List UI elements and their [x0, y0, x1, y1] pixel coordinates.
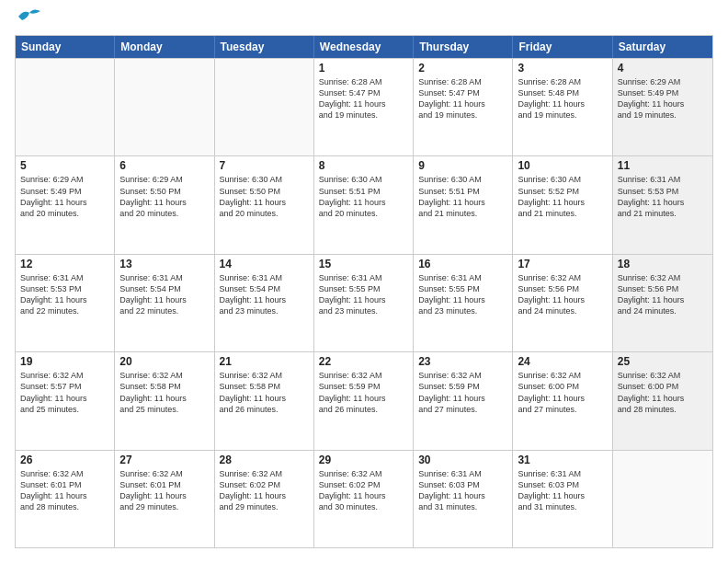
dow-cell-monday: Monday	[115, 36, 214, 58]
day-cell: 27Sunrise: 6:32 AM Sunset: 6:01 PM Dayli…	[115, 451, 214, 547]
day-cell: 21Sunrise: 6:32 AM Sunset: 5:58 PM Dayli…	[215, 352, 314, 449]
day-cell: 10Sunrise: 6:30 AM Sunset: 5:52 PM Dayli…	[513, 156, 612, 253]
dow-cell-wednesday: Wednesday	[314, 36, 414, 58]
day-info: Sunrise: 6:30 AM Sunset: 5:52 PM Dayligh…	[518, 174, 607, 219]
day-cell: 25Sunrise: 6:32 AM Sunset: 6:00 PM Dayli…	[613, 352, 712, 449]
day-cell: 1Sunrise: 6:28 AM Sunset: 5:47 PM Daylig…	[314, 59, 414, 155]
day-cell: 29Sunrise: 6:32 AM Sunset: 6:02 PM Dayli…	[314, 451, 414, 547]
day-cell: 3Sunrise: 6:28 AM Sunset: 5:48 PM Daylig…	[513, 59, 612, 155]
day-cell: 26Sunrise: 6:32 AM Sunset: 6:01 PM Dayli…	[16, 451, 115, 547]
dow-cell-friday: Friday	[513, 36, 612, 58]
day-number: 21	[220, 355, 309, 368]
day-number: 19	[20, 355, 109, 368]
day-number: 14	[220, 258, 309, 270]
day-number: 24	[518, 355, 607, 368]
day-number: 12	[20, 258, 109, 270]
day-info: Sunrise: 6:30 AM Sunset: 5:50 PM Dayligh…	[220, 174, 309, 219]
day-cell	[115, 59, 214, 155]
day-info: Sunrise: 6:30 AM Sunset: 5:51 PM Dayligh…	[418, 174, 507, 219]
day-info: Sunrise: 6:31 AM Sunset: 5:55 PM Dayligh…	[319, 272, 408, 317]
day-info: Sunrise: 6:31 AM Sunset: 5:55 PM Dayligh…	[418, 272, 507, 317]
day-info: Sunrise: 6:31 AM Sunset: 6:03 PM Dayligh…	[518, 468, 607, 513]
day-info: Sunrise: 6:31 AM Sunset: 5:53 PM Dayligh…	[20, 272, 109, 317]
day-info: Sunrise: 6:31 AM Sunset: 5:54 PM Dayligh…	[119, 272, 209, 317]
calendar: SundayMondayTuesdayWednesdayThursdayFrid…	[15, 35, 713, 548]
day-info: Sunrise: 6:32 AM Sunset: 5:58 PM Dayligh…	[119, 370, 209, 415]
day-number: 11	[618, 159, 708, 172]
week-row-3: 12Sunrise: 6:31 AM Sunset: 5:53 PM Dayli…	[16, 254, 712, 351]
day-cell: 16Sunrise: 6:31 AM Sunset: 5:55 PM Dayli…	[414, 255, 513, 351]
day-cell: 14Sunrise: 6:31 AM Sunset: 5:54 PM Dayli…	[215, 255, 314, 351]
day-number: 28	[220, 454, 309, 466]
dow-header: SundayMondayTuesdayWednesdayThursdayFrid…	[16, 36, 712, 58]
day-info: Sunrise: 6:31 AM Sunset: 6:03 PM Dayligh…	[418, 468, 507, 513]
day-info: Sunrise: 6:32 AM Sunset: 5:58 PM Dayligh…	[220, 370, 309, 415]
day-info: Sunrise: 6:32 AM Sunset: 6:00 PM Dayligh…	[618, 370, 708, 415]
day-cell: 6Sunrise: 6:29 AM Sunset: 5:50 PM Daylig…	[115, 156, 214, 253]
day-info: Sunrise: 6:28 AM Sunset: 5:47 PM Dayligh…	[319, 76, 408, 121]
day-number: 13	[119, 258, 209, 270]
day-cell: 12Sunrise: 6:31 AM Sunset: 5:53 PM Dayli…	[16, 255, 115, 351]
day-cell: 8Sunrise: 6:30 AM Sunset: 5:51 PM Daylig…	[314, 156, 414, 253]
day-cell: 24Sunrise: 6:32 AM Sunset: 6:00 PM Dayli…	[513, 352, 612, 449]
day-number: 9	[418, 159, 507, 172]
day-number: 22	[319, 355, 408, 368]
day-cell: 15Sunrise: 6:31 AM Sunset: 5:55 PM Dayli…	[314, 255, 414, 351]
day-cell	[613, 451, 712, 547]
day-info: Sunrise: 6:31 AM Sunset: 5:53 PM Dayligh…	[618, 174, 708, 219]
header	[15, 15, 713, 26]
day-number: 29	[319, 454, 408, 466]
dow-cell-saturday: Saturday	[613, 36, 712, 58]
page: SundayMondayTuesdayWednesdayThursdayFrid…	[0, 0, 728, 563]
day-cell: 7Sunrise: 6:30 AM Sunset: 5:50 PM Daylig…	[215, 156, 314, 253]
day-info: Sunrise: 6:32 AM Sunset: 5:59 PM Dayligh…	[418, 370, 507, 415]
day-number: 17	[518, 258, 607, 270]
day-number: 20	[119, 355, 209, 368]
day-number: 31	[518, 454, 607, 466]
day-number: 16	[418, 258, 507, 270]
day-info: Sunrise: 6:31 AM Sunset: 5:54 PM Dayligh…	[220, 272, 309, 317]
day-number: 2	[418, 62, 507, 75]
day-number: 23	[418, 355, 507, 368]
day-number: 4	[618, 62, 708, 75]
day-info: Sunrise: 6:32 AM Sunset: 5:57 PM Dayligh…	[20, 370, 109, 415]
day-number: 18	[618, 258, 708, 270]
day-info: Sunrise: 6:29 AM Sunset: 5:50 PM Dayligh…	[119, 174, 209, 219]
day-number: 25	[618, 355, 708, 368]
day-number: 6	[119, 159, 209, 172]
week-row-4: 19Sunrise: 6:32 AM Sunset: 5:57 PM Dayli…	[16, 351, 712, 449]
day-cell: 22Sunrise: 6:32 AM Sunset: 5:59 PM Dayli…	[314, 352, 414, 449]
weeks: 1Sunrise: 6:28 AM Sunset: 5:47 PM Daylig…	[16, 58, 712, 547]
day-info: Sunrise: 6:32 AM Sunset: 6:02 PM Dayligh…	[220, 468, 309, 513]
day-info: Sunrise: 6:32 AM Sunset: 6:02 PM Dayligh…	[319, 468, 408, 513]
day-cell: 23Sunrise: 6:32 AM Sunset: 5:59 PM Dayli…	[414, 352, 513, 449]
day-number: 8	[319, 159, 408, 172]
day-cell: 2Sunrise: 6:28 AM Sunset: 5:47 PM Daylig…	[414, 59, 513, 155]
day-number: 5	[20, 159, 109, 172]
day-cell	[215, 59, 314, 155]
week-row-5: 26Sunrise: 6:32 AM Sunset: 6:01 PM Dayli…	[16, 450, 712, 547]
day-info: Sunrise: 6:28 AM Sunset: 5:48 PM Dayligh…	[518, 76, 607, 121]
day-cell: 19Sunrise: 6:32 AM Sunset: 5:57 PM Dayli…	[16, 352, 115, 449]
day-info: Sunrise: 6:32 AM Sunset: 5:56 PM Dayligh…	[518, 272, 607, 317]
day-number: 7	[220, 159, 309, 172]
day-cell: 31Sunrise: 6:31 AM Sunset: 6:03 PM Dayli…	[513, 451, 612, 547]
day-info: Sunrise: 6:32 AM Sunset: 6:01 PM Dayligh…	[20, 468, 109, 513]
day-cell: 11Sunrise: 6:31 AM Sunset: 5:53 PM Dayli…	[613, 156, 712, 253]
logo-bird-icon	[17, 7, 42, 26]
day-cell: 28Sunrise: 6:32 AM Sunset: 6:02 PM Dayli…	[215, 451, 314, 547]
day-number: 27	[119, 454, 209, 466]
day-info: Sunrise: 6:32 AM Sunset: 5:56 PM Dayligh…	[618, 272, 708, 317]
day-cell: 20Sunrise: 6:32 AM Sunset: 5:58 PM Dayli…	[115, 352, 214, 449]
day-info: Sunrise: 6:32 AM Sunset: 6:00 PM Dayligh…	[518, 370, 607, 415]
day-info: Sunrise: 6:29 AM Sunset: 5:49 PM Dayligh…	[20, 174, 109, 219]
day-cell	[16, 59, 115, 155]
week-row-2: 5Sunrise: 6:29 AM Sunset: 5:49 PM Daylig…	[16, 155, 712, 253]
day-number: 1	[319, 62, 408, 75]
day-number: 26	[20, 454, 109, 466]
day-info: Sunrise: 6:30 AM Sunset: 5:51 PM Dayligh…	[319, 174, 408, 219]
day-cell: 5Sunrise: 6:29 AM Sunset: 5:49 PM Daylig…	[16, 156, 115, 253]
day-cell: 18Sunrise: 6:32 AM Sunset: 5:56 PM Dayli…	[613, 255, 712, 351]
dow-cell-sunday: Sunday	[16, 36, 115, 58]
day-info: Sunrise: 6:28 AM Sunset: 5:47 PM Dayligh…	[418, 76, 507, 121]
